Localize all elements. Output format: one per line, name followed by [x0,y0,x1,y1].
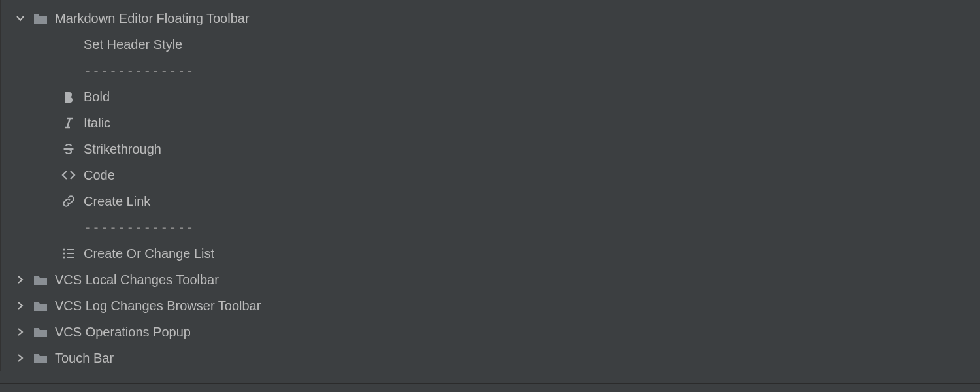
action-label: Create Or Change List [84,240,214,267]
svg-point-3 [63,252,65,254]
action-code[interactable]: Code [1,162,980,188]
tree-group-label: Markdown Editor Floating Toolbar [55,5,250,31]
action-create-or-change-list[interactable]: Create Or Change List [1,240,980,267]
action-label: Create Link [84,188,150,214]
action-label: Bold [84,84,110,110]
chevron-right-icon [14,300,26,312]
tree-group-label: VCS Log Changes Browser Toolbar [55,293,261,319]
code-icon [60,167,77,183]
action-label: Italic [84,110,110,136]
action-label: Strikethrough [84,136,161,162]
folder-icon [33,324,48,340]
svg-point-5 [63,256,65,258]
separator: ------------- [1,214,980,240]
folder-icon [33,272,48,287]
tree-group-label: Touch Bar [55,345,114,371]
svg-point-1 [63,248,65,250]
tree-group-label: VCS Operations Popup [55,319,191,345]
chevron-right-icon [14,274,26,286]
folder-icon [33,10,48,26]
action-set-header-style[interactable]: Set Header Style [1,31,980,57]
blank-icon [60,63,77,78]
tree-group-vcs-local-changes[interactable]: VCS Local Changes Toolbar [1,267,980,293]
bold-icon [60,89,77,105]
separator: ------------- [1,57,980,84]
tree-group-markdown-toolbar[interactable]: Markdown Editor Floating Toolbar [1,5,980,31]
strikethrough-icon [60,141,77,157]
link-icon [60,193,77,209]
action-bold[interactable]: Bold [1,84,980,110]
tree-group-vcs-operations-popup[interactable]: VCS Operations Popup [1,319,980,345]
action-italic[interactable]: Italic [1,110,980,136]
tree-group-label: VCS Local Changes Toolbar [55,267,219,293]
separator-text: ------------- [84,57,195,84]
tree-group-vcs-log-changes-browser[interactable]: VCS Log Changes Browser Toolbar [1,293,980,319]
action-label: Set Header Style [84,31,182,57]
blank-icon [60,37,77,52]
tree-group-touch-bar[interactable]: Touch Bar [1,345,980,371]
italic-icon [60,115,77,131]
action-strikethrough[interactable]: Strikethrough [1,136,980,162]
chevron-right-icon [14,352,26,364]
action-create-link[interactable]: Create Link [1,188,980,214]
panel-footer-strip [0,384,980,392]
list-icon [60,246,77,261]
action-label: Code [84,162,115,188]
folder-icon [33,298,48,314]
settings-tree: Markdown Editor Floating Toolbar Set Hea… [0,0,980,371]
blank-icon [60,220,77,235]
chevron-down-icon [14,12,26,24]
separator-text: ------------- [84,214,195,240]
chevron-right-icon [14,326,26,338]
folder-icon [33,350,48,366]
